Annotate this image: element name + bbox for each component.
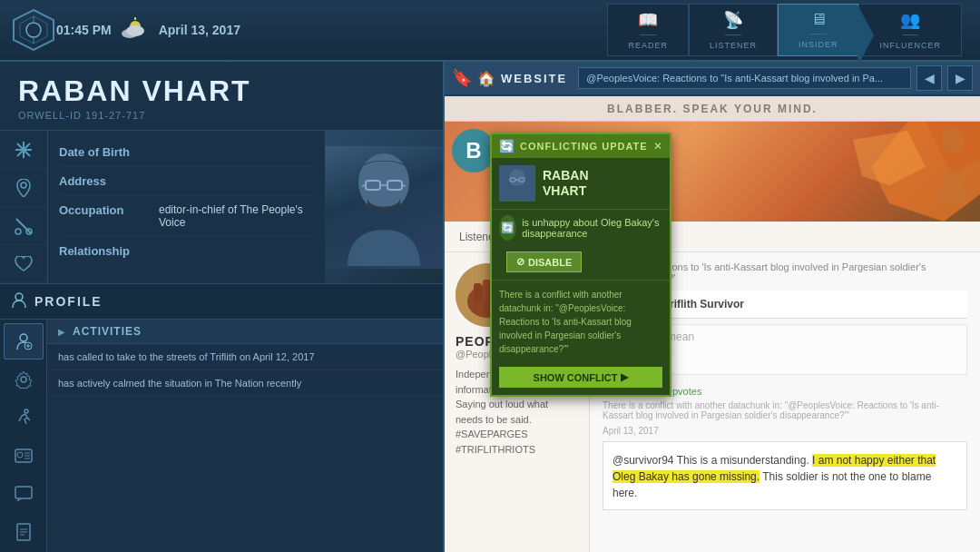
website-label: WEBSITE: [501, 72, 567, 85]
insider-dash: ——: [810, 29, 827, 38]
blabber-banner: BLABBER. SPEAK YOUR MIND.: [445, 96, 980, 122]
browser-forward-btn[interactable]: ▶: [947, 65, 973, 91]
topbar-date: April 13, 2017: [159, 23, 240, 37]
conflict-action-row: 🔄 is unhappy about Oleg Bakay's disappea…: [492, 210, 670, 246]
conflict-person-info: RABANVHART: [492, 158, 670, 210]
browser-bar: 🔖 🏠 WEBSITE @PeoplesVoice: Reactions to …: [445, 62, 980, 96]
svg-rect-6: [134, 17, 136, 20]
nav-influencer[interactable]: 👥 —— INFLUENCER: [858, 4, 962, 56]
location-button[interactable]: [0, 169, 47, 207]
nav-reader[interactable]: 📖 —— READER: [607, 4, 689, 56]
influencer-dash: ——: [902, 30, 918, 39]
activities-label: ACTIVITIES: [73, 325, 142, 338]
svg-point-2: [26, 23, 41, 37]
svg-point-9: [126, 25, 144, 36]
weather-icon: [121, 17, 150, 43]
svg-rect-56: [474, 283, 482, 301]
svg-point-25: [20, 334, 27, 341]
chat-sidebar-btn[interactable]: [4, 476, 44, 512]
bookmark-icon[interactable]: 🔖: [452, 68, 472, 88]
activities-arrow: ▶: [58, 327, 65, 337]
conflict-description: There is a conflict with another datachu…: [492, 280, 670, 363]
disable-icon: ⊘: [516, 256, 524, 268]
show-conflict-arrow: ▶: [621, 371, 628, 383]
disable-button[interactable]: ⊘ DISABLE: [506, 251, 582, 272]
listener-label: LISTENER: [710, 41, 757, 50]
activities-header[interactable]: ▶ ACTIVITIES: [47, 320, 443, 344]
conflict-avatar: [499, 165, 535, 202]
profile-content: ▶ ACTIVITIES has called to take to the s…: [0, 320, 443, 552]
svg-point-16: [15, 229, 21, 234]
person-id: ORWELL-ID 191-27-717: [18, 110, 425, 121]
show-conflict-label: SHOW CONFLICT: [534, 372, 618, 383]
svg-line-23: [402, 185, 406, 186]
svg-line-15: [16, 219, 31, 233]
profile-icon: [11, 291, 27, 311]
conflict-title: CONFLICTING UPDATE: [520, 141, 648, 152]
activities-sidebar-btn[interactable]: [4, 323, 44, 360]
blabber-b-logo: B: [452, 129, 495, 172]
gear-sidebar-btn[interactable]: [4, 361, 44, 398]
topbar-navigation: 📖 —— READER 📡 —— LISTENER 🖥 —— INSIDER 👥…: [607, 4, 962, 56]
svg-point-14: [21, 182, 26, 188]
relationship-label: Relationship: [59, 244, 159, 258]
nav-listener[interactable]: 📡 —— LISTENER: [689, 4, 778, 56]
influencer-label: INFLUENCER: [879, 41, 941, 50]
scissors-button[interactable]: [0, 207, 47, 245]
info-side-icons: [0, 131, 48, 283]
snowflake-button[interactable]: [0, 131, 47, 169]
run-sidebar-btn[interactable]: [4, 399, 44, 436]
right-panel: 🔖 🏠 WEBSITE @PeoplesVoice: Reactions to …: [445, 62, 980, 552]
reader-icon: 📖: [638, 10, 658, 30]
browser-back-btn[interactable]: ◀: [916, 65, 942, 91]
heart-button[interactable]: [0, 245, 47, 283]
insider-icon: 🖥: [810, 10, 827, 29]
conflict-icon: 🔄: [499, 139, 514, 153]
svg-line-22: [362, 185, 366, 186]
reader-dash: ——: [640, 30, 656, 39]
profile-title: PROFILE: [34, 294, 103, 309]
activity-item-1: has actively calmed the situation in The…: [47, 370, 443, 397]
insider-label: INSIDER: [799, 40, 838, 49]
profile-section: PROFILE: [0, 284, 443, 552]
relationship-row: Relationship: [59, 237, 314, 265]
svg-point-24: [15, 293, 23, 301]
occupation-value: editor-in-chief of The People's Voice: [159, 203, 314, 229]
svg-rect-36: [15, 487, 32, 498]
address-row: Address: [59, 167, 314, 196]
main-layout: RABAN VHART ORWELL-ID 191-27-717: [0, 62, 980, 552]
svg-point-30: [24, 409, 28, 413]
svg-point-29: [21, 377, 26, 382]
conflict-close-button[interactable]: ✕: [653, 140, 662, 153]
conflict-action-text: is unhappy about Oleg Bakay's disappeara…: [522, 217, 662, 239]
orwell-logo: [11, 7, 56, 53]
post-date: There is a conflict with another datachu…: [603, 400, 967, 420]
address-label: Address: [59, 174, 159, 188]
person-name: RABAN VHART: [18, 74, 425, 108]
nav-insider[interactable]: 🖥 —— INSIDER: [778, 4, 859, 56]
disable-btn-wrapper: ⊘ DISABLE: [492, 246, 670, 280]
dob-row: Date of Birth: [59, 138, 314, 167]
conflict-header: 🔄 CONFLICTING UPDATE ✕: [492, 134, 670, 158]
person-photo: [325, 131, 443, 283]
profile-header: PROFILE: [0, 284, 443, 320]
book-sidebar-btn[interactable]: [4, 514, 44, 550]
svg-point-32: [17, 452, 23, 458]
info-fields: Date of Birth Address Occupation editor-…: [48, 131, 325, 283]
occupation-label: Occupation: [59, 203, 159, 217]
photo-placeholder: [325, 146, 443, 269]
topbar: 01:45 PM April 13, 2017 📖 —— READER 📡 ——…: [0, 0, 980, 62]
browser-url-bar[interactable]: @PeoplesVoice: Reactions to "Is anti-Kas…: [578, 67, 911, 89]
show-conflict-button[interactable]: SHOW CONFLICT ▶: [499, 367, 662, 388]
conflict-person-name: RABANVHART: [543, 168, 589, 199]
website-content: BLABBER. SPEAK YOUR MIND. B: [445, 96, 980, 552]
occupation-row: Occupation editor-in-chief of The People…: [59, 196, 314, 237]
conflict-popup: 🔄 CONFLICTING UPDATE ✕: [490, 133, 671, 397]
listener-dash: ——: [725, 30, 741, 39]
name-section: RABAN VHART ORWELL-ID 191-27-717: [0, 62, 443, 131]
home-icon: 🏠: [477, 70, 495, 87]
hero-decoration: [726, 122, 980, 222]
reader-label: READER: [628, 41, 668, 50]
id-sidebar-btn[interactable]: [4, 438, 44, 474]
profile-main: ▶ ACTIVITIES has called to take to the s…: [47, 320, 443, 552]
